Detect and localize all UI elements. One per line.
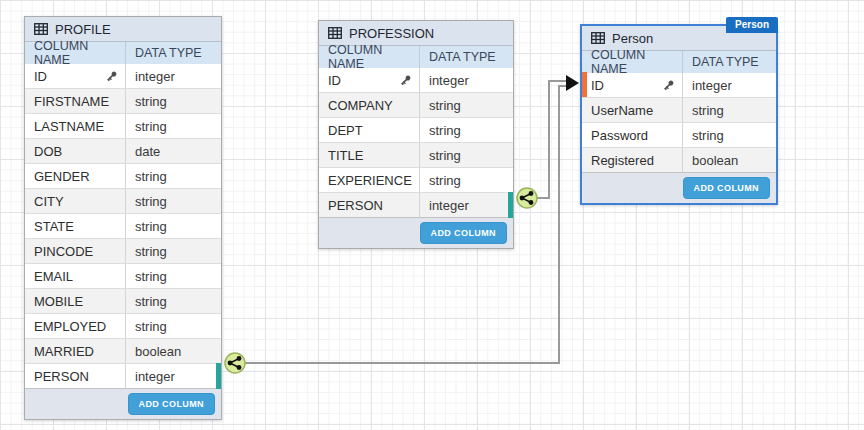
column-rows: IDintegerFIRSTNAMEstringLASTNAMEstringDO… <box>25 64 221 388</box>
column-name-cell: Password <box>582 123 682 147</box>
referenced-key-port-marker[interactable] <box>582 72 587 98</box>
table-footer: ADD COLUMN <box>319 217 513 248</box>
column-name-cell: EMAIL <box>25 264 125 288</box>
column-name-cell: UserName <box>582 98 682 122</box>
column-row[interactable]: PINCODEstring <box>25 238 221 263</box>
data-type-cell: string <box>682 123 776 147</box>
column-rows: IDintegerUserNamestringPasswordstringReg… <box>582 73 776 172</box>
column-name-cell: GENDER <box>25 164 125 188</box>
column-row[interactable]: CITYstring <box>25 188 221 213</box>
column-headers: COLUMN NAME DATA TYPE <box>582 51 776 73</box>
table-grid-icon <box>591 32 605 44</box>
primary-key-icon <box>399 74 412 87</box>
data-type-cell: string <box>682 98 776 122</box>
column-name-cell: ID <box>319 68 419 92</box>
column-row[interactable]: UserNamestring <box>582 97 776 122</box>
entity-table-profile[interactable]: PROFILE COLUMN NAME DATA TYPE IDintegerF… <box>24 16 222 420</box>
table-name-badge: Person <box>726 17 778 33</box>
column-name-cell: COMPANY <box>319 93 419 117</box>
column-row[interactable]: Passwordstring <box>582 122 776 147</box>
column-name-cell: FIRSTNAME <box>25 89 125 113</box>
table-title: PROFILE <box>55 22 111 37</box>
header-data-type: DATA TYPE <box>125 42 221 64</box>
data-type-cell: string <box>125 114 221 138</box>
column-headers: COLUMN NAME DATA TYPE <box>25 42 221 64</box>
relationship-arrowhead-icon <box>566 75 579 91</box>
entity-table-person[interactable]: Person Person COLUMN NAME DATA TYPE IDin… <box>580 24 778 205</box>
column-name-cell: PERSON <box>319 193 419 217</box>
data-type-cell: string <box>125 289 221 313</box>
table-footer: ADD COLUMN <box>25 388 221 419</box>
column-row[interactable]: LASTNAMEstring <box>25 113 221 138</box>
column-name-cell: MARRIED <box>25 339 125 363</box>
table-title: Person <box>612 31 653 46</box>
data-type-cell: integer <box>125 364 221 388</box>
data-type-cell: string <box>419 118 513 142</box>
header-data-type: DATA TYPE <box>682 51 776 73</box>
column-name-cell: ID <box>25 64 125 88</box>
column-row[interactable]: DOBdate <box>25 138 221 163</box>
data-type-cell: integer <box>682 73 776 97</box>
data-type-cell: string <box>125 264 221 288</box>
column-row[interactable]: EXPERIENCEstring <box>319 167 513 192</box>
table-footer: ADD COLUMN <box>582 172 776 203</box>
relationship-line-profession-person[interactable] <box>527 81 567 198</box>
column-name-cell: DEPT <box>319 118 419 142</box>
data-type-cell: string <box>125 314 221 338</box>
crows-foot-icon <box>230 359 239 368</box>
data-type-cell: integer <box>419 193 513 217</box>
column-row[interactable]: COMPANYstring <box>319 92 513 117</box>
column-row[interactable]: STATEstring <box>25 213 221 238</box>
column-name-cell: MOBILE <box>25 289 125 313</box>
column-row[interactable]: MOBILEstring <box>25 288 221 313</box>
data-type-cell: integer <box>125 64 221 88</box>
column-name-cell: EXPERIENCE <box>319 168 419 192</box>
primary-key-icon <box>105 70 118 83</box>
header-column-name: COLUMN NAME <box>25 42 125 64</box>
data-type-cell: boolean <box>125 339 221 363</box>
column-name-cell: Registered <box>582 148 682 172</box>
column-row[interactable]: FIRSTNAMEstring <box>25 88 221 113</box>
column-row[interactable]: MARRIEDboolean <box>25 338 221 363</box>
data-type-cell: string <box>419 93 513 117</box>
column-row[interactable]: DEPTstring <box>319 117 513 142</box>
data-type-cell: integer <box>419 68 513 92</box>
column-row[interactable]: TITLEstring <box>319 142 513 167</box>
header-column-name: COLUMN NAME <box>319 46 419 68</box>
header-column-name: COLUMN NAME <box>582 51 682 73</box>
column-row[interactable]: IDinteger <box>25 64 221 88</box>
foreign-key-port-marker[interactable] <box>216 363 221 389</box>
data-type-cell: boolean <box>682 148 776 172</box>
data-type-cell: string <box>125 214 221 238</box>
data-type-cell: string <box>125 164 221 188</box>
header-data-type: DATA TYPE <box>419 46 513 68</box>
add-column-button[interactable]: ADD COLUMN <box>420 222 508 244</box>
column-row[interactable]: PERSONinteger <box>25 363 221 388</box>
column-row[interactable]: EMAILstring <box>25 263 221 288</box>
column-name-cell: STATE <box>25 214 125 238</box>
table-grid-icon <box>328 27 342 39</box>
column-row[interactable]: GENDERstring <box>25 163 221 188</box>
add-column-button[interactable]: ADD COLUMN <box>683 177 771 199</box>
data-type-cell: string <box>419 168 513 192</box>
column-name-cell: CITY <box>25 189 125 213</box>
column-row[interactable]: EMPLOYEDstring <box>25 313 221 338</box>
column-name-cell: LASTNAME <box>25 114 125 138</box>
table-grid-icon <box>34 23 48 35</box>
primary-key-icon <box>662 79 675 92</box>
column-row[interactable]: IDinteger <box>319 68 513 92</box>
connector-node-profession[interactable] <box>517 188 537 208</box>
column-name-cell: TITLE <box>319 143 419 167</box>
column-name-cell: EMPLOYED <box>25 314 125 338</box>
connector-node-profile[interactable] <box>225 353 245 373</box>
column-row[interactable]: PERSONinteger <box>319 192 513 217</box>
data-type-cell: date <box>125 139 221 163</box>
data-type-cell: string <box>125 239 221 263</box>
entity-table-profession[interactable]: PROFESSION COLUMN NAME DATA TYPE IDinteg… <box>318 20 514 249</box>
column-headers: COLUMN NAME DATA TYPE <box>319 46 513 68</box>
add-column-button[interactable]: ADD COLUMN <box>128 393 216 415</box>
column-name-cell: PINCODE <box>25 239 125 263</box>
foreign-key-port-marker[interactable] <box>508 192 513 218</box>
column-row[interactable]: Registeredboolean <box>582 147 776 172</box>
column-row[interactable]: IDinteger <box>582 73 776 97</box>
